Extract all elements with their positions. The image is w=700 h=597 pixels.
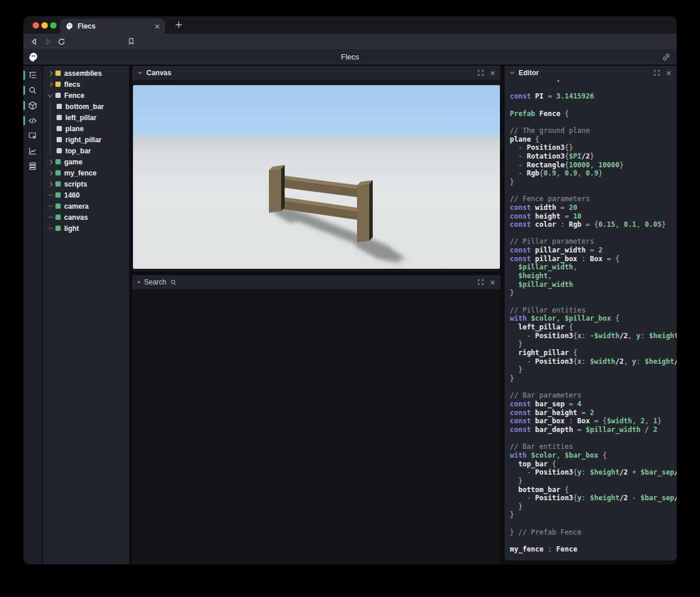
chevron-down-icon[interactable] <box>138 71 142 75</box>
entity-square-icon <box>55 159 61 164</box>
tree-item-label: left_pillar <box>65 114 96 122</box>
code-line: } <box>510 289 677 297</box>
code-line: right_pillar { <box>510 349 677 357</box>
tree-item-game[interactable]: game <box>43 156 129 167</box>
sky-and-ground <box>133 85 500 269</box>
search-icon[interactable] <box>23 83 42 98</box>
code-line: } <box>510 374 677 383</box>
code-line: with $color, $bar_box { <box>510 451 677 460</box>
code-line: } // Prefab Fence <box>510 528 677 537</box>
tree-item-assemblies[interactable]: assemblies <box>43 68 129 79</box>
code-line: } <box>510 477 677 486</box>
code-line: with $color, $pillar_box { <box>510 314 677 323</box>
window-minimize-button[interactable] <box>41 22 48 29</box>
reload-icon[interactable] <box>57 37 66 46</box>
tree-item-left_pillar[interactable]: left_pillar <box>43 112 129 123</box>
tree-item-label: canvas <box>64 213 88 222</box>
tree-item-right_pillar[interactable]: right_pillar <box>43 134 129 145</box>
tab-strip: Flecs <box>23 16 677 34</box>
storage-icon[interactable] <box>23 159 42 174</box>
tree-expand-icon[interactable] <box>47 171 54 175</box>
fullscreen-icon[interactable] <box>654 70 660 76</box>
tree-item-scripts[interactable]: scripts <box>43 178 129 189</box>
tree-item-light[interactable]: light <box>43 223 129 234</box>
tree-item-bottom_bar[interactable]: bottom_bar <box>43 101 129 112</box>
code-icon[interactable] <box>23 113 42 128</box>
stats-chart-icon[interactable] <box>23 143 42 159</box>
code-line: } <box>510 178 677 187</box>
tree-item-label: right_pillar <box>65 136 102 144</box>
fullscreen-icon[interactable] <box>478 279 484 285</box>
entity-square-icon <box>55 170 61 175</box>
code-line: - Position3{x: -$width/2, y: $height/2} <box>510 332 677 340</box>
code-line: // Pillar parameters <box>510 237 677 246</box>
chevron-down-icon[interactable] <box>510 71 514 75</box>
tab-close-icon[interactable] <box>155 24 160 29</box>
tree-item-camera[interactable]: camera <box>43 201 129 212</box>
screen: Flecs <box>0 0 700 597</box>
entity-square-icon <box>55 215 61 220</box>
close-icon[interactable] <box>666 71 671 76</box>
tree-item-label: 1460 <box>64 191 80 199</box>
code-line: const height = 10 <box>510 212 677 221</box>
tree-leaf-dash <box>47 217 54 217</box>
code-line: const pillar_box : Box = { <box>510 255 677 264</box>
tree-item-plane[interactable]: plane <box>43 123 129 134</box>
flecs-favicon <box>65 22 74 30</box>
page-title: Flecs <box>23 49 677 65</box>
tree-item-1460[interactable]: 1460 <box>43 189 129 201</box>
editor-panel-title: Editor <box>519 69 539 77</box>
back-icon[interactable] <box>29 37 38 46</box>
tree-item-top_bar[interactable]: top_bar <box>43 145 129 156</box>
code-line: } <box>510 511 677 519</box>
scene-cube-icon[interactable] <box>23 98 42 113</box>
entity-square-icon <box>55 71 61 76</box>
code-line <box>510 519 677 528</box>
window-zoom-button[interactable] <box>50 22 57 29</box>
tree-expand-icon[interactable] <box>47 72 54 75</box>
new-tab-button[interactable] <box>174 20 183 29</box>
fullscreen-icon[interactable] <box>478 70 484 76</box>
tree-expand-icon[interactable] <box>47 94 54 97</box>
entity-tree-panel: assembliesflecsFencebottom_barleft_pilla… <box>43 66 129 564</box>
code-line <box>510 383 677 392</box>
code-line: } <box>510 366 677 374</box>
code-line: } <box>510 340 677 349</box>
tree-item-label: my_fence <box>64 169 96 177</box>
window-close-button[interactable] <box>33 22 39 29</box>
editor-panel: Editor - .const PI = 3.1415926Prefab Fen… <box>505 66 677 560</box>
browser-tab[interactable]: Flecs <box>60 19 165 34</box>
forward-icon[interactable] <box>43 37 52 46</box>
code-line: top_bar { <box>510 460 677 469</box>
code-line: const bar_depth = $pillar_width / 2 <box>510 426 677 434</box>
entity-square-icon <box>55 181 61 187</box>
tree-item-label: flecs <box>64 80 80 89</box>
code-line <box>510 84 677 93</box>
code-line <box>510 434 677 443</box>
bookmark-icon[interactable] <box>127 37 136 46</box>
tree-leaf-dash <box>47 206 54 206</box>
tree-item-flecs[interactable]: flecs <box>43 79 129 90</box>
search-panel-header: Search <box>132 275 501 289</box>
tree-expand-icon[interactable] <box>47 182 54 186</box>
close-icon[interactable] <box>490 71 495 76</box>
tree-item-canvas[interactable]: canvas <box>43 212 129 223</box>
code-line: - Position3{x: $width/2, y: $height/2} <box>510 357 677 366</box>
tree-item-label: light <box>64 224 79 233</box>
tree-item-label: top_bar <box>65 147 91 155</box>
inspect-icon[interactable] <box>23 128 42 143</box>
tree-item-Fence[interactable]: Fence <box>43 90 129 101</box>
code-line: - Rgb{0.9, 0.9, 0.9} <box>510 169 677 178</box>
search-panel-title: Search <box>144 278 166 286</box>
close-icon[interactable] <box>490 280 495 285</box>
collapsed-dot-icon[interactable] <box>138 281 140 283</box>
tree-item-my_fence[interactable]: my_fence <box>43 167 129 178</box>
code-editor[interactable]: - .const PI = 3.1415926Prefab Fence {// … <box>505 80 677 560</box>
tree-expand-icon[interactable] <box>47 83 54 86</box>
entity-tree-icon[interactable] <box>23 68 42 83</box>
3d-viewport[interactable] <box>133 85 500 269</box>
entity-square-icon <box>57 115 62 120</box>
link-icon[interactable] <box>662 52 671 62</box>
tree-expand-icon[interactable] <box>47 160 54 164</box>
tree-leaf-dash <box>47 228 54 229</box>
